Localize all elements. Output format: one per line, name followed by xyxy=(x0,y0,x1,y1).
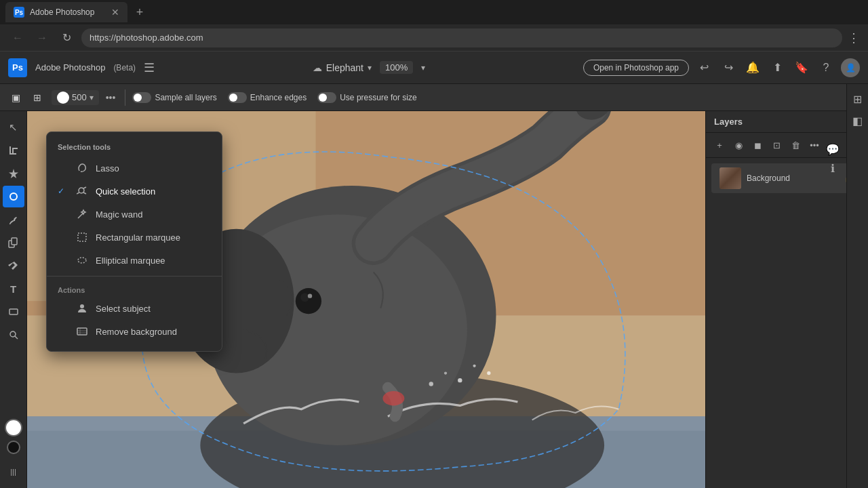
svg-rect-2 xyxy=(12,238,17,245)
svg-point-28 xyxy=(80,304,84,308)
left-sidebar: ↖ T ||| xyxy=(0,111,27,488)
add-layer-button[interactable]: + xyxy=(711,137,728,153)
menu-item-magic-wand[interactable]: Magic wand xyxy=(47,203,222,226)
menu-check-quick-selection: ✓ xyxy=(58,186,68,196)
svg-point-20 xyxy=(473,365,475,367)
address-bar[interactable]: https://photoshop.adobe.com xyxy=(81,28,842,47)
magic-wand-icon xyxy=(75,207,89,221)
redo-button[interactable]: ↪ xyxy=(719,58,738,77)
tab-title: Adobe Photoshop xyxy=(30,7,106,17)
tool-zoom[interactable] xyxy=(3,324,24,346)
open-in-app-button[interactable]: Open in Photoshop app xyxy=(583,60,689,76)
zoom-control[interactable]: 100% xyxy=(380,61,413,74)
browser-menu-button[interactable]: ⋮ xyxy=(848,30,860,45)
main-area: ↖ T ||| xyxy=(0,111,868,488)
new-tab-button[interactable]: + xyxy=(130,3,149,22)
svg-rect-26 xyxy=(78,233,86,241)
rect-marquee-tool[interactable]: ▣ xyxy=(5,87,26,108)
tool-extra[interactable]: ||| xyxy=(3,461,24,483)
svg-rect-29 xyxy=(77,328,87,335)
tool-healing[interactable] xyxy=(3,163,24,184)
sample-all-layers-label: Sample all layers xyxy=(155,93,216,102)
header-right: Open in Photoshop app ↩ ↪ 🔔 ⬆ 🔖 ? 👤 xyxy=(583,58,860,77)
back-button[interactable]: ← xyxy=(8,28,27,47)
elliptical-marquee-icon xyxy=(75,253,89,267)
properties-icon[interactable]: ⊞ xyxy=(848,89,867,108)
filename-dropdown-icon[interactable]: ▾ xyxy=(368,63,372,73)
menu-item-select-subject[interactable]: Select subject xyxy=(47,297,222,320)
sample-all-layers-toggle[interactable] xyxy=(132,92,151,103)
zoom-dropdown-icon[interactable]: ▾ xyxy=(421,63,425,73)
tool-crop[interactable] xyxy=(3,140,24,161)
tool-shape[interactable] xyxy=(3,301,24,323)
notification-button[interactable]: 🔔 xyxy=(743,58,762,77)
file-name-area: ☁ Elephant ▾ xyxy=(313,62,372,73)
adjust-layer-button[interactable]: ◉ xyxy=(730,137,747,153)
enhance-edges-toggle[interactable] xyxy=(228,92,247,103)
brush-size-value: 500 xyxy=(72,92,87,102)
color-background[interactable] xyxy=(7,441,20,454)
svg-point-22 xyxy=(444,371,447,374)
share-button[interactable]: ⬆ xyxy=(768,58,787,77)
menu-item-quick-selection[interactable]: ✓ Quick selection xyxy=(47,180,222,203)
menu-item-elliptical-marquee[interactable]: Elliptical marquee xyxy=(47,249,222,272)
undo-button[interactable]: ↩ xyxy=(694,58,713,77)
selection-tools-header: Selection tools xyxy=(47,140,222,157)
active-tab[interactable]: Ps Adobe Photoshop ✕ xyxy=(5,2,127,22)
forward-button[interactable]: → xyxy=(33,28,52,47)
group-button[interactable]: ⊡ xyxy=(768,137,785,153)
brush-size-control[interactable]: 500 ▾ xyxy=(52,90,99,105)
url-text: https://photoshop.adobe.com xyxy=(90,33,203,43)
svg-point-21 xyxy=(487,371,490,375)
bookmark-button[interactable]: 🔖 xyxy=(792,58,811,77)
comments-icon[interactable]: 💬 xyxy=(825,141,841,157)
tab-close-icon[interactable]: ✕ xyxy=(111,7,119,18)
more-layers-button[interactable]: ••• xyxy=(806,137,823,153)
tool-brush[interactable] xyxy=(3,209,24,230)
menu-check-remove-bg xyxy=(58,327,68,336)
actions-header: Actions xyxy=(47,281,222,297)
tool-select[interactable]: ↖ xyxy=(3,117,24,138)
magic-wand-label: Magic wand xyxy=(96,209,142,220)
quick-selection-label: Quick selection xyxy=(96,186,155,197)
svg-point-16 xyxy=(296,288,321,314)
svg-point-27 xyxy=(78,258,86,263)
menu-check-ellipse xyxy=(58,256,68,265)
info-icon[interactable]: ℹ xyxy=(825,160,841,176)
enhance-edges-toggle-item: Enhance edges xyxy=(228,92,307,103)
canvas-area: Selection tools Lasso ✓ Quick selection xyxy=(27,111,705,488)
rectangular-marquee-label: Rectangular marquee xyxy=(96,232,180,243)
tool-clone[interactable] xyxy=(3,232,24,253)
select-subject-label: Select subject xyxy=(96,304,151,314)
use-pressure-toggle[interactable] xyxy=(317,92,336,103)
menu-item-rectangular-marquee[interactable]: Rectangular marquee xyxy=(47,226,222,249)
menu-item-remove-background[interactable]: Remove background xyxy=(47,320,222,343)
refresh-button[interactable]: ↻ xyxy=(57,28,76,47)
color-foreground[interactable] xyxy=(5,419,22,436)
layers-icon[interactable]: ◧ xyxy=(848,111,867,130)
tool-eraser[interactable] xyxy=(3,255,24,277)
lasso-icon xyxy=(75,161,89,175)
use-pressure-toggle-item: Use pressure for size xyxy=(317,92,416,103)
menu-item-lasso[interactable]: Lasso xyxy=(47,157,222,180)
menu-check-rect xyxy=(58,232,68,242)
delete-layer-button[interactable]: 🗑 xyxy=(787,137,804,153)
svg-point-25 xyxy=(79,188,84,193)
select-subject-icon xyxy=(75,302,89,315)
help-button[interactable]: ? xyxy=(816,58,835,77)
toggle-group: Sample all layers Enhance edges Use pres… xyxy=(132,92,416,103)
cloud-icon: ☁ xyxy=(313,62,322,73)
tool-quick-selection[interactable] xyxy=(3,186,24,207)
hamburger-button[interactable]: ☰ xyxy=(144,60,155,75)
remove-background-label: Remove background xyxy=(96,327,177,337)
svg-line-5 xyxy=(15,336,18,339)
options-toolbar: ▣ ⊞ 500 ▾ ••• Sample all layers Enhance … xyxy=(0,84,868,111)
lasso-label: Lasso xyxy=(96,163,119,174)
tool-type[interactable]: T xyxy=(3,278,24,300)
avatar[interactable]: 👤 xyxy=(841,58,860,77)
col-marquee-tool[interactable]: ⊞ xyxy=(27,87,47,108)
brush-size-dropdown-icon[interactable]: ▾ xyxy=(90,93,94,102)
more-options-button[interactable]: ••• xyxy=(103,92,119,103)
mask-button[interactable]: ◼ xyxy=(749,137,766,153)
nav-bar: ← → ↻ https://photoshop.adobe.com ⋮ xyxy=(0,24,868,52)
